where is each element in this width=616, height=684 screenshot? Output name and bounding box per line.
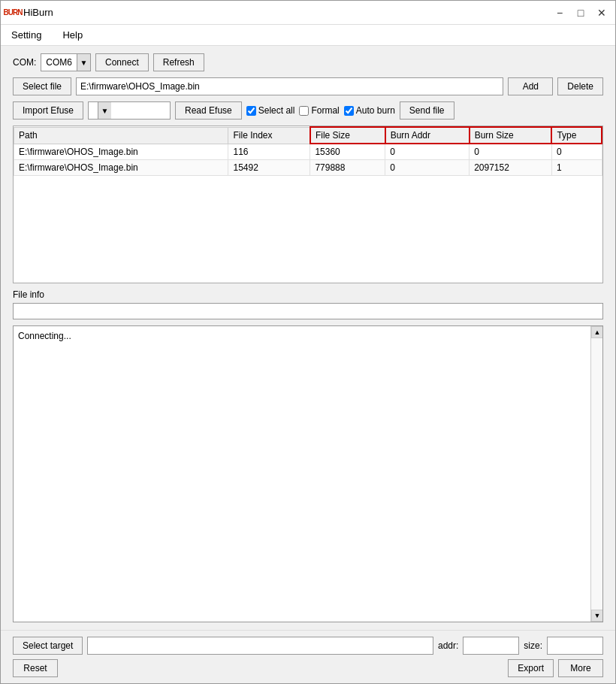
size-label: size: [524,640,542,651]
table-cell-path: E:\firmware\OHOS_Image.bin [14,144,228,160]
table-cell-burnAddr: 0 [385,144,470,160]
maximize-button[interactable]: □ [573,5,588,20]
delete-button[interactable]: Delete [557,77,603,95]
col-burn-addr: Burn Addr [385,127,470,144]
col-burn-size: Burn Size [470,127,552,144]
formal-text: Formal [311,105,339,116]
table-header-row: Path File Index File Size Burn Addr Burn… [14,127,602,144]
efuse-row: Import Efuse ▼ Read Efuse Select all For… [13,101,603,120]
table-cell-fileIndex: 116 [228,144,310,160]
refresh-button[interactable]: Refresh [153,53,204,71]
file-path-input[interactable] [76,77,503,95]
table-cell-type: 0 [551,144,602,160]
menu-item-help[interactable]: Help [58,28,87,42]
table-row[interactable]: E:\firmware\OHOS_Image.bin15492779888020… [14,160,602,176]
reset-button[interactable]: Reset [13,659,58,677]
size-input[interactable] [547,637,603,655]
table-cell-burnAddr: 0 [385,160,470,176]
file-table-container: Path File Index File Size Burn Addr Burn… [13,126,603,283]
addr-input[interactable] [463,637,519,655]
table-body: E:\firmware\OHOS_Image.bin11615360000E:\… [14,144,602,176]
title-bar: BURN HiBurn − □ ✕ [1,1,615,25]
col-file-index: File Index [228,127,310,144]
action-row: Reset Export More [13,659,603,677]
more-button[interactable]: More [558,659,603,677]
formal-checkbox[interactable] [299,106,309,116]
close-button[interactable]: ✕ [594,5,609,20]
file-info-label: File info [13,289,603,300]
table-cell-fileSize: 779888 [310,160,385,176]
log-content: Connecting... [18,331,71,341]
col-path: Path [14,127,228,144]
window-controls: − □ ✕ [552,5,609,20]
formal-label[interactable]: Formal [299,105,339,116]
file-row: Select file Add Delete [13,77,603,95]
com-value: COM6 [41,57,77,68]
menu-item-setting[interactable]: Setting [7,28,46,42]
scrollbar-up-button[interactable]: ▲ [591,326,603,338]
auto-burn-label[interactable]: Auto burn [344,105,395,116]
com-dropdown-arrow[interactable]: ▼ [77,54,90,71]
burn-logo: BURN [4,8,23,17]
efuse-select[interactable]: ▼ [88,101,171,120]
select-target-button[interactable]: Select target [13,637,83,655]
table-cell-path: E:\firmware\OHOS_Image.bin [14,160,228,176]
table-cell-burnSize: 0 [470,144,552,160]
col-file-size: File Size [310,127,385,144]
file-table: Path File Index File Size Burn Addr Burn… [14,126,602,176]
auto-burn-text: Auto burn [356,105,395,116]
target-input[interactable] [87,637,433,655]
log-wrapper: Connecting... ▲ ▼ [13,325,603,622]
connect-button[interactable]: Connect [95,53,149,71]
table-cell-fileSize: 15360 [310,144,385,160]
log-area: Connecting... ▲ ▼ [13,325,603,622]
auto-burn-checkbox[interactable] [344,106,354,116]
table-cell-fileIndex: 15492 [228,160,310,176]
table-cell-burnSize: 2097152 [470,160,552,176]
com-select[interactable]: COM6 ▼ [41,53,91,71]
addr-label: addr: [438,640,458,651]
table-cell-type: 1 [551,160,602,176]
minimize-button[interactable]: − [552,5,567,20]
com-row: COM: COM6 ▼ Connect Refresh [13,53,603,71]
select-all-text: Select all [258,105,295,116]
add-button[interactable]: Add [508,77,553,95]
read-efuse-button[interactable]: Read Efuse [175,101,242,120]
scrollbar-down-button[interactable]: ▼ [591,610,603,622]
app-title: HiBurn [23,7,552,18]
select-file-button[interactable]: Select file [13,77,71,95]
log-scrollbar[interactable]: ▲ ▼ [590,326,602,622]
send-file-button[interactable]: Send file [400,101,454,120]
file-info-section: File info [13,289,603,319]
col-type: Type [551,127,602,144]
file-info-input[interactable] [13,303,603,319]
table-row[interactable]: E:\firmware\OHOS_Image.bin11615360000 [14,144,602,160]
select-all-checkbox[interactable] [246,106,256,116]
main-window: BURN HiBurn − □ ✕ Setting Help COM: COM6… [0,0,616,684]
com-label: COM: [13,57,36,68]
app-icon: BURN [7,7,19,19]
select-all-label[interactable]: Select all [246,105,295,116]
main-content: COM: COM6 ▼ Connect Refresh Select file … [1,46,615,630]
bottom-bar: Select target addr: size: Reset Export M… [1,630,615,683]
import-efuse-button[interactable]: Import Efuse [13,101,83,120]
target-row: Select target addr: size: [13,637,603,655]
export-button[interactable]: Export [508,659,554,677]
efuse-dropdown-arrow[interactable]: ▼ [98,102,111,119]
menu-bar: Setting Help [1,25,615,46]
